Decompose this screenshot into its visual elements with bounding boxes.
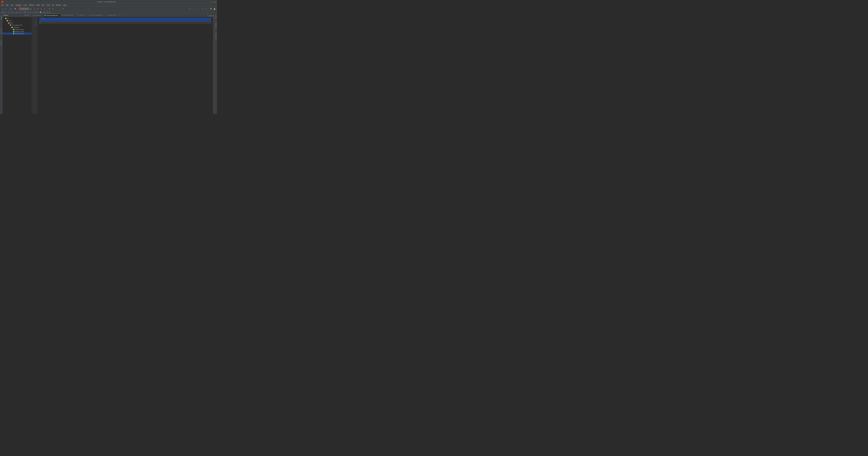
forward-button[interactable]: ▷ (4, 7, 7, 10)
add-button[interactable]: ⊕ (24, 14, 25, 16)
tab-logback[interactable]: xml logback.xml ✕ (105, 14, 119, 17)
breadcrumb-main[interactable]: main (11, 11, 14, 13)
toolbar-sep-3 (18, 8, 18, 10)
menu-tools[interactable]: Tools (46, 4, 51, 6)
menu-build[interactable]: Build (35, 4, 40, 6)
menu-run[interactable]: Run (41, 4, 45, 6)
debug-button[interactable]: 🐞 (33, 7, 36, 10)
maven-panel-tab[interactable]: Maven (215, 14, 217, 20)
collapse-all-button[interactable]: ⊟ (25, 14, 26, 16)
maximize-button[interactable]: □ (213, 1, 213, 3)
window-controls[interactable]: ─ □ ✕ (210, 1, 216, 3)
settings-button[interactable]: ⚙ (28, 14, 29, 16)
menu-view[interactable]: View (9, 4, 14, 6)
class-icon-user: C (13, 33, 14, 34)
run-config-dropdown[interactable]: Tomcat 9 ▾ (19, 7, 29, 10)
menu-window[interactable]: Window (55, 4, 62, 6)
breadcrumb-java[interactable]: java (16, 11, 18, 13)
git-checkmark1[interactable]: ✓ (191, 7, 194, 10)
code-content[interactable]: } } (37, 17, 213, 114)
breadcrumb-src[interactable]: src (8, 11, 10, 13)
scrollbar-right[interactable]: ▲ (213, 17, 215, 114)
warning-count: ⚡6 (210, 15, 212, 17)
more-errors-button[interactable]: ▾ (213, 15, 214, 17)
search-button[interactable]: 🔍 (210, 7, 213, 10)
tree-item-hello-controller[interactable]: ▸ C HelloController (2, 28, 32, 31)
git-checkmark2[interactable]: ✓ (195, 7, 198, 10)
tree-item-user-controller[interactable]: ▸ C UserController (2, 33, 32, 35)
tab-pom-xml[interactable]: m pom.xml (studymvc) ✕ (88, 14, 105, 17)
tab-close-web-xml[interactable]: ✕ (86, 15, 86, 16)
build-button[interactable]: 🔨 (48, 7, 51, 10)
tab-form-jsp[interactable]: jsp Form.jsp ✕ (32, 14, 43, 17)
breadcrumb-piglite[interactable]: piglite (23, 11, 27, 13)
update-button[interactable]: ↓ (58, 7, 61, 10)
toolbar: ◁ ▷ 👤 🔍 Tomcat 9 ▾ ▶ 🐞 ☂ ⊙ ⏹ 🔨 ⟳ ↑ ↓ ↺ G… (0, 7, 217, 11)
notifications-panel-tab[interactable]: Notifications (215, 32, 217, 40)
breadcrumb-studymvc[interactable]: studymvc (1, 11, 6, 13)
tree-item-controller[interactable]: ▾ 📁 controller (2, 26, 32, 28)
tree-item-main[interactable]: ▾ 📁 main (2, 20, 32, 22)
project-panel-title: Project (3, 14, 8, 16)
sort-button[interactable]: ⇅ (27, 14, 28, 16)
menu-git[interactable]: Git (51, 4, 55, 6)
tree-arrow-controller: ▾ (10, 27, 11, 28)
close-button[interactable]: ✕ (215, 1, 216, 3)
back-button[interactable]: ◁ (1, 7, 4, 10)
breadcrumb-com[interactable]: com (19, 11, 22, 13)
tree-item-package[interactable]: ▾ 📦 com.piglite.study (2, 24, 32, 26)
database-panel-tab[interactable]: Database (215, 22, 217, 29)
menu-help[interactable]: Help (62, 4, 67, 6)
git-label: Git: (189, 8, 191, 9)
tree-item-java[interactable]: ▾ ☕ java (2, 22, 32, 24)
right-panel: Maven Database Notifications (215, 13, 217, 114)
tab-user-controller[interactable]: C UserController.java ✕ (43, 14, 61, 17)
user-icon[interactable]: 👤 (9, 7, 12, 10)
menu-code[interactable]: Code (22, 4, 28, 6)
breadcrumb-study[interactable]: study (28, 11, 31, 13)
menu-refactor[interactable]: Refactor (28, 4, 35, 6)
git-undo-button[interactable]: ↶ (202, 7, 205, 10)
tab-icon-user-controller: C (44, 15, 46, 16)
profile-button[interactable]: ⊙ (40, 7, 43, 10)
structure-side-tab[interactable]: Structure (0, 39, 2, 46)
run-with-coverage-button[interactable]: ☂ (36, 7, 39, 10)
notifications-button[interactable]: 🔔 (213, 7, 216, 10)
project-side-tab[interactable]: Project (0, 14, 2, 21)
sync-button[interactable]: ⟳ (51, 7, 54, 10)
search-everywhere-button[interactable]: 🔍 (14, 7, 17, 10)
tree-label-main: main (9, 20, 12, 22)
java-folder-icon: ☕ (8, 22, 10, 24)
menu-file[interactable]: File (0, 4, 4, 6)
more-tabs-button[interactable]: ▾ (119, 14, 121, 17)
tree-label-src: src (7, 18, 9, 19)
menu-edit[interactable]: Edit (5, 4, 9, 6)
git-forward-button[interactable]: ↷ (205, 7, 208, 10)
tree-item-model-controller[interactable]: ▸ C ModelController (2, 31, 32, 33)
commit-button[interactable]: ↑ (55, 7, 58, 10)
minimize-button[interactable]: ─ (210, 1, 211, 3)
tab-web-xml[interactable]: xml web.xml ✕ (76, 14, 88, 17)
menu-navigate[interactable]: Navigate (15, 4, 22, 6)
tab-close-login[interactable]: ✕ (74, 15, 75, 16)
hide-button[interactable]: — (30, 14, 31, 16)
code-editor[interactable]: 61 62 63 64 } } ▲ (32, 17, 215, 114)
tree-item-src[interactable]: ▾ 📁 src (2, 17, 32, 20)
tab-close-user-controller[interactable]: ✕ (59, 15, 59, 16)
stop-button[interactable]: ⏹ (43, 7, 46, 10)
breadcrumb-usercontroller[interactable]: UserController (42, 11, 51, 13)
breadcrumb-controller[interactable]: controller (33, 11, 38, 13)
project-panel: Project ⊕ ⊟ ⇅ ⚙ — ▾ 📁 src ▾ 📁 mai (2, 13, 32, 114)
tab-login-sucess[interactable]: jsp loginSucess.jsp ✕ (61, 14, 76, 17)
tab-close-pom[interactable]: ✕ (103, 15, 104, 16)
editor-tabs: jsp Form.jsp ✕ C UserController.java ✕ j… (32, 13, 215, 17)
tab-close-form[interactable]: ✕ (41, 15, 42, 16)
tree-label-java: java (10, 22, 13, 24)
tree-arrow-java: ▾ (6, 22, 8, 24)
folder-icon-controller: 📁 (11, 26, 13, 28)
tab-close-logback[interactable]: ✕ (117, 15, 118, 16)
git-push-button[interactable]: ↑ (198, 7, 201, 10)
run-button[interactable]: ▶ (30, 7, 33, 10)
revert-button[interactable]: ↺ (61, 7, 64, 10)
bookmarks-side-tab[interactable]: Bookmarks (0, 28, 2, 35)
